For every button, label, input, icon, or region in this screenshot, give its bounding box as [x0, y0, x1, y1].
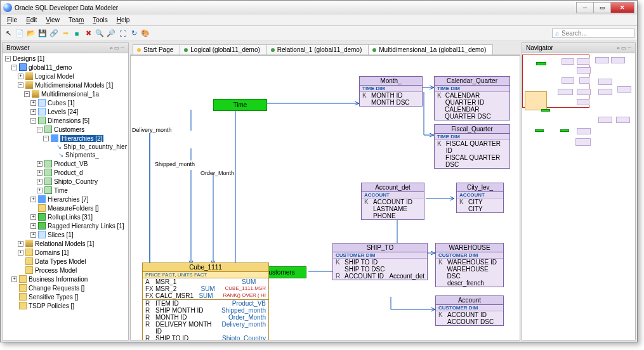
entity-city[interactable]: City_lev_ACCOUNT KCITY CITY: [456, 183, 504, 213]
menu-file[interactable]: File: [3, 16, 21, 24]
menubar: File Edit View Team Tools Help: [1, 15, 637, 26]
navigator-controls[interactable]: × ▭ ─: [617, 45, 631, 51]
entity-account[interactable]: AccountCUSTOMER DIM KACCOUNT ID ACCOUNT …: [435, 295, 504, 326]
browser-controls[interactable]: × ▭ ─: [110, 45, 124, 51]
new-icon[interactable]: 📄: [15, 29, 25, 39]
save-icon[interactable]: 💾: [37, 29, 48, 39]
entity-month[interactable]: Month_TIME DIM KMONTH ID MONTH DSC: [359, 76, 423, 107]
entity-calq[interactable]: Calendar_QuarterTIME DIM KCALENDAR QUART…: [434, 76, 510, 120]
label-delivery: Delivery_month: [132, 127, 172, 133]
maximize-button[interactable]: ▭: [593, 2, 611, 13]
diagram-canvas[interactable]: Delivery_month Shipped_month Order_Month…: [130, 55, 520, 340]
browser-tree[interactable]: −Designs [1] −global11_demo +Logical Mod…: [3, 53, 128, 340]
search-icon: ⌕: [555, 30, 559, 37]
label-shipped: Shipped_month: [155, 161, 195, 167]
app-icon: [3, 3, 12, 12]
app-title: Oracle SQL Developer Data Modeler: [15, 4, 118, 11]
search-input[interactable]: [562, 30, 625, 37]
open-icon[interactable]: 📂: [26, 29, 36, 39]
tab-logical[interactable]: Logical (global11_demo): [180, 44, 267, 55]
tree-selected[interactable]: Hierarchies [2]: [60, 135, 103, 142]
expand-icon[interactable]: −: [5, 56, 11, 62]
entity-cube[interactable]: Cube_1111 PRICE FACT, UNITS FACT AMSR_1S…: [142, 262, 269, 340]
titlebar: Oracle SQL Developer Data Modeler ─ ▭ ✕: [1, 1, 637, 15]
navigator-minimap[interactable]: [522, 53, 635, 340]
fit-icon[interactable]: ⛶: [117, 29, 128, 39]
entity-fisq[interactable]: Fiscal_QuarterTIME DIM KFISCAL QUARTER I…: [434, 124, 510, 169]
menu-view[interactable]: View: [42, 16, 63, 24]
tab-multidim[interactable]: Multidimensional_1a (global11_demo): [368, 44, 493, 55]
menu-edit[interactable]: Edit: [22, 16, 41, 24]
label-order: Order_Month: [200, 170, 234, 176]
minimize-button[interactable]: ─: [576, 2, 594, 13]
toolbar: ↖ 📄 📂 💾 🔗 ➡ ■ ✖ 🔍 🔎 ⛶ ↻ 🎨 ⌕: [1, 26, 637, 41]
browser-pane: Browser × ▭ ─ −Designs [1] −global11_dem…: [2, 42, 129, 340]
search-box[interactable]: ⌕: [552, 29, 634, 38]
tab-start[interactable]: Start Page: [133, 44, 180, 55]
delete-icon[interactable]: ✖: [83, 29, 93, 39]
arrow-icon[interactable]: ➡: [60, 29, 70, 39]
chain-icon[interactable]: 🔗: [49, 29, 59, 39]
tab-relational[interactable]: Relational_1 (global11_demo): [266, 44, 369, 55]
new-model-icon[interactable]: ■: [72, 29, 82, 39]
node-time[interactable]: Time: [213, 99, 267, 111]
navigator-pane: Navigator × ▭ ─: [522, 42, 636, 340]
cursor-icon[interactable]: ↖: [3, 29, 13, 39]
entity-acct[interactable]: Account_detACCOUNT KACCOUNT ID LASTNAME …: [361, 183, 424, 220]
entity-shipto[interactable]: SHIP_TOCUSTOMER DIM KSHIP TO ID SHIP TO …: [332, 243, 428, 280]
menu-help[interactable]: Help: [113, 16, 134, 24]
browser-title: Browser: [6, 44, 30, 51]
palette-icon[interactable]: 🎨: [140, 29, 150, 39]
menu-team[interactable]: Team: [65, 16, 88, 24]
editor-tabs: Start Page Logical (global11_demo) Relat…: [130, 42, 520, 55]
navigator-title: Navigator: [526, 44, 553, 51]
entity-warehouse[interactable]: WAREHOUSECUSTOMER DIM KWAREHOUSE ID WARE…: [435, 243, 504, 287]
refresh-icon[interactable]: ↻: [129, 29, 139, 39]
close-button[interactable]: ✕: [610, 2, 634, 13]
zoom-out-icon[interactable]: 🔎: [106, 29, 116, 39]
menu-tools[interactable]: Tools: [89, 16, 111, 24]
zoom-in-icon[interactable]: 🔍: [95, 29, 105, 39]
